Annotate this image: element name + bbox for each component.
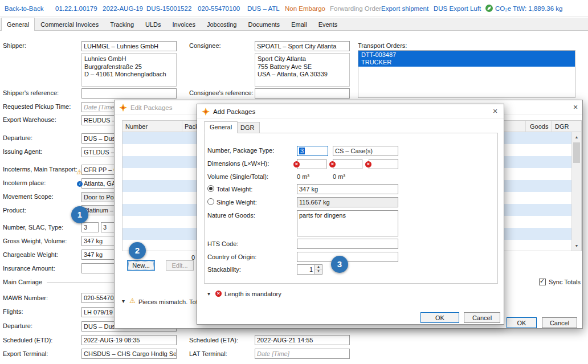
transport-orders-list[interactable]: DTT-003487 TRUCKER [358,50,575,98]
tab-events[interactable]: Events [313,18,344,30]
embargo-status: Non Embargo [285,5,325,12]
scheduled-eta-field[interactable]: 2022-AUG-21 14:55 [255,335,350,345]
shipper-field[interactable]: LUHMGL – Luhnies GmbH [81,41,177,51]
tab-invoices[interactable]: Invoices [167,18,201,30]
volume-total-value: 0 m³ [333,173,345,180]
gross-weight-label: Gross Weight, Volume: [3,238,67,244]
requested-pickup-label: Requested Pickup Time: [3,103,71,110]
nature-of-goods-field[interactable]: parts for dingens [297,210,398,236]
edit-packages-title: Edit Packages [130,104,173,111]
scheduled-etd-label: Scheduled (ETD): [3,337,52,343]
main-tabbar: General Commercial Invoices Tracking ULD… [0,18,588,31]
height-field[interactable] [369,159,398,169]
consignees-reference-field[interactable] [255,88,350,99]
add-packages-cancel-button[interactable]: Cancel [464,312,500,323]
length-error-icon: × [293,161,300,167]
transport-order-number: DTT-003487 [361,51,572,59]
co2-badge[interactable]: CO₂e TtW: 1,889.36 kg [495,5,562,12]
stepper-down-icon[interactable]: ▼ [315,269,322,274]
length-mandatory-error-icon: × [215,291,222,297]
single-weight-field: 115.667 kg [297,197,398,207]
stackability-stepper[interactable]: ▲ ▼ [315,264,322,275]
add-packages-titlebar[interactable]: Add Packages × [197,104,504,119]
nature-of-goods-label: Nature of Goods: [207,212,255,219]
number-slac-type-label: Number, SLAC, Type: [3,224,63,231]
country-of-origin-field[interactable] [297,252,398,262]
tab-jobcosting[interactable]: Jobcosting [201,18,243,30]
consignee-address: Sport City Atlanta 755 Battery Ave SE US… [255,53,350,87]
tab-commercial-invoices[interactable]: Commercial Invoices [35,18,104,30]
total-weight-field[interactable]: 347 kg [297,184,398,194]
add-packages-ok-button[interactable]: OK [420,312,459,323]
breadcrumb-route[interactable]: DUS – ATL [247,5,280,12]
add-packages-tab-dgr[interactable]: DGR [235,122,260,133]
scroll-up-icon[interactable]: ▲ [572,132,581,142]
scheduled-etd-field[interactable]: 2022-AUG-19 08:35 [81,335,177,345]
add-packages-title: Add Packages [213,108,255,115]
table-scrollbar[interactable]: ▲ ▼ [571,132,581,251]
column-goods[interactable]: Goods [530,123,548,130]
new-package-button[interactable]: New... [127,260,155,271]
stackability-label: Stackability: [207,266,241,273]
export-terminal-field[interactable]: CHSDUS – CHS Cargo Hndlg Services [81,349,177,359]
message-collapse-icon[interactable]: ▾ [122,298,125,304]
stepper-up-icon[interactable]: ▲ [315,265,322,269]
step-2-badge: 2 [129,242,146,259]
dus-export-luft-link[interactable]: DUS Export Luft [434,5,481,12]
add-packages-dialog: Add Packages × General DGR Number, Packa… [197,104,504,325]
incoterms-label: Incoterms, Main Transport: [3,166,77,173]
pieces-mismatch-warning-icon: ⚠ [129,297,136,304]
tab-documents[interactable]: Documents [242,18,285,30]
package-number-field[interactable]: 3 [297,146,328,156]
breadcrumb-date[interactable]: 2022-AUG-19 [103,5,143,12]
lat-terminal-label: LAT Terminal: [189,350,227,357]
edit-packages-cancel-button[interactable]: Cancel [542,317,577,328]
packages-icon [202,108,210,116]
add-packages-tab-general[interactable]: General [204,121,238,133]
breadcrumb-version[interactable]: 01.22.1.00179 [55,5,97,12]
scroll-down-icon[interactable]: ▼ [572,241,581,251]
edit-package-button[interactable]: Edit... [166,260,194,271]
transport-order-selected[interactable]: DTT-003487 TRUCKER [358,51,575,67]
message-collapse-icon[interactable]: ▾ [207,291,210,297]
export-shipment-link[interactable]: Export shipment [381,5,428,12]
chargeable-weight-label: Chargeable Weight: [3,251,58,258]
edit-packages-ok-button[interactable]: OK [507,317,537,328]
number-field[interactable]: 3 [81,222,99,232]
stackability-field[interactable]: 1 [297,264,315,275]
mawb-number-label: MAWB Number: [3,295,48,301]
package-type-field[interactable]: CS – Case(s) [333,146,398,156]
length-field[interactable] [297,159,326,169]
edit-packages-close-icon[interactable]: × [570,103,581,113]
tab-tracking[interactable]: Tracking [104,18,140,30]
incoterm-place-label: Incoterm place: [3,179,46,186]
export-warehouse-label: Export Warehouse: [3,116,56,123]
lat-terminal-field[interactable]: Date [Time] [255,349,350,359]
consignee-field[interactable]: SPOATL – Sport City Atlanta [255,41,350,51]
total-weight-radio[interactable] [207,185,214,192]
shippers-reference-label: Shipper's reference: [3,89,59,96]
dimensions-label: Dimensions (L×W×H): [207,160,269,167]
shippers-reference-field[interactable] [81,88,177,99]
column-dgr[interactable]: DGR [555,123,569,130]
export-terminal-label: Export Terminal: [3,350,48,357]
forwarding-order-label: Forwarding Order [330,5,381,12]
main-carriage-section-label: Main Carriage [3,279,42,285]
shipper-address: Luhnies GmbH Burggrafenstraße 25 D – 410… [81,53,177,87]
breadcrumb-back-to-back[interactable]: Back-to-Back [5,5,43,12]
column-number[interactable]: Number [125,123,148,130]
breadcrumb-shipment-number[interactable]: DUS-15001522 [146,5,191,12]
tab-general[interactable]: General [1,18,35,31]
width-field[interactable] [333,159,362,169]
single-weight-radio[interactable] [207,198,214,205]
hts-code-field[interactable] [297,239,398,249]
tab-ulds[interactable]: ULDs [140,18,167,30]
sync-totals-checkbox[interactable]: ✓ [539,279,546,285]
breadcrumb-mawb[interactable]: 020-55470100 [198,5,240,12]
pieces-mismatch-warning-text: Pieces mismatch. Tot [138,298,198,305]
add-packages-close-icon[interactable]: × [490,107,500,117]
tab-email[interactable]: Email [285,18,313,30]
departure-label: Departure: [3,134,32,141]
product-label: Product: [3,207,26,214]
scrollbar-thumb[interactable] [573,142,580,163]
